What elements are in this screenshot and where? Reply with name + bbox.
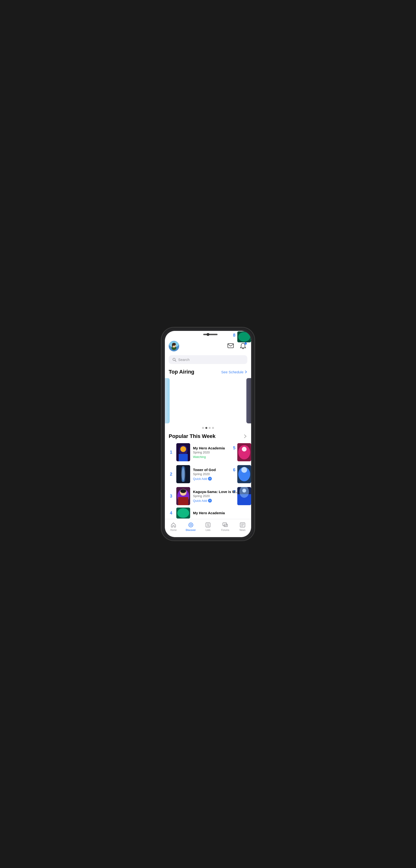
- popular-header: Popular This Week: [165, 431, 251, 441]
- top-airing-title: Top Airing: [169, 369, 194, 375]
- popular-chevron-icon: [243, 434, 247, 438]
- svg-rect-72: [224, 524, 228, 527]
- svg-point-47: [242, 447, 247, 452]
- svg-point-65: [177, 508, 189, 518]
- news-icon: [240, 522, 246, 528]
- item-rank-2: 2: [169, 472, 173, 477]
- item-right-rank-2: 6: [233, 467, 235, 472]
- list-item[interactable]: 2 Tower of God Spring 2020 Qui: [165, 463, 251, 485]
- nav-news-label: News: [239, 529, 246, 531]
- forums-icon: [222, 522, 228, 528]
- dot-3[interactable]: [209, 427, 211, 429]
- see-schedule-button[interactable]: See Schedule: [221, 370, 247, 374]
- nav-lists[interactable]: Lists: [199, 521, 217, 532]
- search-icon: [172, 358, 176, 362]
- item-right-rank-1: 5: [233, 445, 235, 451]
- header-icons: [226, 342, 247, 350]
- svg-point-69: [190, 524, 192, 526]
- popular-title: Popular This Week: [169, 433, 215, 439]
- svg-line-9: [175, 360, 176, 362]
- dot-1[interactable]: [202, 427, 204, 429]
- carousel-peek-right: [246, 378, 251, 424]
- discover-icon: [188, 522, 194, 528]
- dot-2[interactable]: [205, 427, 207, 429]
- nav-home[interactable]: Home: [165, 521, 182, 532]
- notification-dot: [245, 342, 247, 345]
- item-rank-1: 1: [169, 450, 173, 455]
- list-item[interactable]: 3 Kaguya-Sama: Love is W... Spring 2020: [165, 485, 251, 507]
- svg-rect-7: [228, 344, 233, 348]
- popular-see-more[interactable]: [243, 434, 247, 438]
- carousel-dots: [165, 425, 251, 431]
- message-button[interactable]: [226, 342, 235, 350]
- item-info-4: My Hero Academia: [193, 511, 247, 516]
- list-item[interactable]: 1 My Hero Academia Spring 2020 Watching: [165, 441, 251, 463]
- quick-add-circle-2: +: [208, 477, 212, 480]
- svg-rect-44: [179, 454, 188, 461]
- item-right-thumb-3: [237, 487, 251, 505]
- item-name-4: My Hero Academia: [193, 511, 247, 515]
- notification-button[interactable]: [239, 342, 247, 350]
- nav-news[interactable]: News: [234, 521, 251, 532]
- item-right-thumb-1: [237, 443, 251, 461]
- lists-icon: [205, 522, 211, 528]
- avatar-image: [169, 341, 179, 351]
- svg-point-51: [181, 468, 185, 480]
- home-icon: [170, 522, 176, 528]
- svg-point-58: [180, 489, 186, 493]
- chevron-right-icon: [245, 370, 247, 373]
- nav-home-label: Home: [170, 529, 177, 531]
- item-right-thumb-2: [237, 465, 251, 483]
- item-right-rank-3: 7: [233, 489, 235, 494]
- svg-point-43: [180, 446, 186, 452]
- nav-discover[interactable]: Discover: [182, 521, 199, 532]
- phone-frame: Search Top Airing See Schedule: [162, 328, 254, 540]
- item-thumb-4: [176, 507, 190, 519]
- svg-point-68: [189, 523, 193, 527]
- quick-add-circle-3: +: [208, 499, 212, 502]
- item-thumb-1: [176, 443, 190, 461]
- svg-rect-59: [178, 497, 188, 505]
- item-thumb-3: [176, 487, 190, 505]
- svg-point-54: [242, 467, 247, 473]
- list-item[interactable]: 4 My Hero Academia 8: [165, 507, 251, 519]
- speaker: [203, 334, 218, 335]
- search-bar[interactable]: Search: [169, 355, 247, 364]
- nav-discover-label: Discover: [186, 529, 196, 531]
- carousel-peek-left: [165, 378, 170, 424]
- bottom-nav: Home Discover Lists: [165, 519, 251, 537]
- item-rank-4: 4: [169, 510, 173, 516]
- message-icon: [227, 343, 234, 349]
- anime-list: 1 My Hero Academia Spring 2020 Watching: [165, 441, 251, 519]
- item-thumb-2: [176, 465, 190, 483]
- carousel-wrapper: Kaguya-Sama: Love is War Comedy • Romanc…: [165, 377, 251, 425]
- nav-forums-label: Forums: [221, 529, 229, 531]
- svg-point-63: [242, 489, 246, 493]
- nav-forums[interactable]: Forums: [217, 521, 234, 532]
- phone-inner: Search Top Airing See Schedule: [165, 331, 251, 537]
- nav-lists-label: Lists: [205, 529, 211, 531]
- camera-notch: [206, 333, 210, 336]
- top-airing-header: Top Airing See Schedule: [165, 367, 251, 377]
- item-rank-3: 3: [169, 494, 173, 499]
- avatar[interactable]: [169, 341, 179, 351]
- svg-rect-6: [172, 344, 173, 347]
- phone-screen: Search Top Airing See Schedule: [165, 331, 251, 537]
- dot-4[interactable]: [212, 427, 214, 429]
- search-placeholder: Search: [178, 358, 190, 362]
